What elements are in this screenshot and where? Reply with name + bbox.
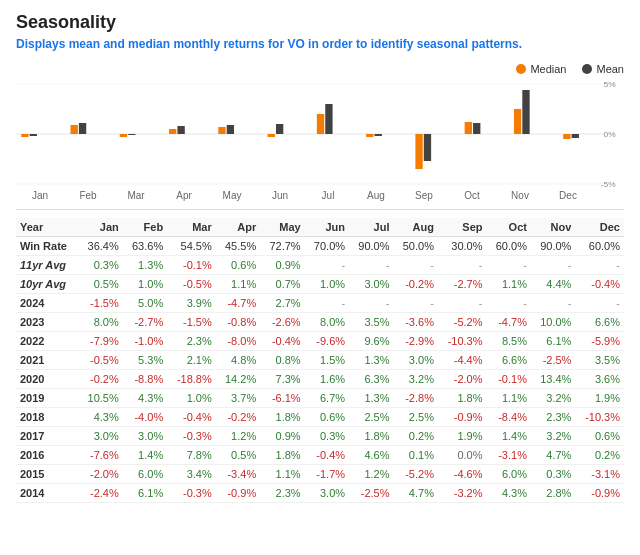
- bar-chart: 5% 0% -5%: [16, 79, 624, 189]
- svg-text:-5%: -5%: [601, 180, 616, 189]
- svg-rect-16: [268, 134, 275, 137]
- svg-rect-17: [276, 124, 283, 134]
- cell-value: -8.0%: [216, 332, 260, 351]
- cell-value: -0.3%: [167, 484, 216, 503]
- cell-value: -: [349, 294, 393, 313]
- cell-value: 3.7%: [216, 389, 260, 408]
- cell-value: 3.0%: [349, 275, 393, 294]
- table-row: 2022-7.9%-1.0%2.3%-8.0%-0.4%-9.6%9.6%-2.…: [16, 332, 624, 351]
- cell-value: 1.1%: [216, 275, 260, 294]
- cell-value: -0.5%: [78, 351, 122, 370]
- cell-value: 1.5%: [305, 351, 349, 370]
- cell-value: 72.7%: [260, 237, 304, 256]
- svg-rect-9: [79, 123, 86, 134]
- svg-text:0%: 0%: [603, 130, 615, 139]
- cell-value: -7.9%: [78, 332, 122, 351]
- cell-value: 1.3%: [123, 256, 167, 275]
- cell-value: -: [438, 294, 487, 313]
- table-row: 2015-2.0%6.0%3.4%-3.4%1.1%-1.7%1.2%-5.2%…: [16, 465, 624, 484]
- table-row: 201910.5%4.3%1.0%3.7%-6.1%6.7%1.3%-2.8%1…: [16, 389, 624, 408]
- cell-value: 1.0%: [167, 389, 216, 408]
- cell-value: 0.8%: [260, 351, 304, 370]
- cell-value: -8.4%: [487, 408, 531, 427]
- x-label-jul: Jul: [304, 190, 352, 201]
- cell-value: 45.5%: [216, 237, 260, 256]
- row-label: 10yr Avg: [16, 275, 78, 294]
- cell-value: 6.0%: [487, 465, 531, 484]
- cell-value: 2.8%: [531, 484, 575, 503]
- cell-value: -2.4%: [78, 484, 122, 503]
- table-row: 2020-0.2%-8.8%-18.8%14.2%7.3%1.6%6.3%3.2…: [16, 370, 624, 389]
- cell-value: -: [575, 256, 624, 275]
- cell-value: -: [305, 294, 349, 313]
- row-label: 2020: [16, 370, 78, 389]
- x-label-dec: Dec: [544, 190, 592, 201]
- svg-rect-20: [366, 134, 373, 137]
- cell-value: 1.6%: [305, 370, 349, 389]
- page-container: Seasonality Displays mean and median mon…: [0, 0, 640, 515]
- cell-value: 0.3%: [305, 427, 349, 446]
- cell-value: -0.9%: [575, 484, 624, 503]
- cell-value: 4.4%: [531, 275, 575, 294]
- cell-value: 90.0%: [349, 237, 393, 256]
- table-row: 2014-2.4%6.1%-0.3%-0.9%2.3%3.0%-2.5%4.7%…: [16, 484, 624, 503]
- cell-value: 7.8%: [167, 446, 216, 465]
- table-header-row: Year Jan Feb Mar Apr May Jun Jul Aug Sep…: [16, 218, 624, 237]
- cell-value: 0.9%: [260, 256, 304, 275]
- svg-rect-15: [227, 125, 234, 134]
- row-label: Win Rate: [16, 237, 78, 256]
- cell-value: 1.8%: [349, 427, 393, 446]
- cell-value: -0.4%: [260, 332, 304, 351]
- cell-value: -5.9%: [575, 332, 624, 351]
- cell-value: -1.5%: [167, 313, 216, 332]
- cell-value: -: [438, 256, 487, 275]
- cell-value: 3.6%: [575, 370, 624, 389]
- cell-value: 1.1%: [487, 389, 531, 408]
- cell-value: 1.9%: [438, 427, 487, 446]
- cell-value: -: [394, 256, 438, 275]
- table-row: 2021-0.5%5.3%2.1%4.8%0.8%1.5%1.3%3.0%-4.…: [16, 351, 624, 370]
- cell-value: -3.1%: [487, 446, 531, 465]
- row-label: 2024: [16, 294, 78, 313]
- x-label-feb: Feb: [64, 190, 112, 201]
- cell-value: -2.0%: [78, 465, 122, 484]
- cell-value: -2.0%: [438, 370, 487, 389]
- cell-value: 4.7%: [394, 484, 438, 503]
- col-header-apr: Apr: [216, 218, 260, 237]
- cell-value: 1.1%: [487, 275, 531, 294]
- cell-value: -0.9%: [216, 484, 260, 503]
- cell-value: 2.3%: [167, 332, 216, 351]
- cell-value: -7.6%: [78, 446, 122, 465]
- cell-value: -2.9%: [394, 332, 438, 351]
- cell-value: -0.4%: [305, 446, 349, 465]
- cell-value: 0.7%: [260, 275, 304, 294]
- chart-area: 5% 0% -5%: [16, 79, 624, 201]
- legend-mean-label: Mean: [596, 63, 624, 75]
- cell-value: 1.2%: [216, 427, 260, 446]
- cell-value: 1.1%: [260, 465, 304, 484]
- cell-value: -0.3%: [167, 427, 216, 446]
- cell-value: 4.3%: [123, 389, 167, 408]
- cell-value: -: [575, 294, 624, 313]
- cell-value: -0.2%: [394, 275, 438, 294]
- svg-rect-6: [21, 134, 28, 137]
- cell-value: -: [531, 294, 575, 313]
- cell-value: 63.6%: [123, 237, 167, 256]
- cell-value: 3.4%: [167, 465, 216, 484]
- cell-value: 6.6%: [487, 351, 531, 370]
- cell-value: -1.5%: [78, 294, 122, 313]
- cell-value: -: [487, 294, 531, 313]
- cell-value: 36.4%: [78, 237, 122, 256]
- ticker: VO: [287, 37, 304, 51]
- table-row: 20173.0%3.0%-0.3%1.2%0.9%0.3%1.8%0.2%1.9…: [16, 427, 624, 446]
- cell-value: 7.3%: [260, 370, 304, 389]
- cell-value: 0.6%: [305, 408, 349, 427]
- x-label-jun: Jun: [256, 190, 304, 201]
- page-title: Seasonality: [16, 12, 624, 33]
- x-label-apr: Apr: [160, 190, 208, 201]
- cell-value: 0.5%: [78, 275, 122, 294]
- cell-value: 10.0%: [531, 313, 575, 332]
- svg-text:5%: 5%: [603, 80, 615, 89]
- cell-value: 0.3%: [531, 465, 575, 484]
- cell-value: 1.4%: [123, 446, 167, 465]
